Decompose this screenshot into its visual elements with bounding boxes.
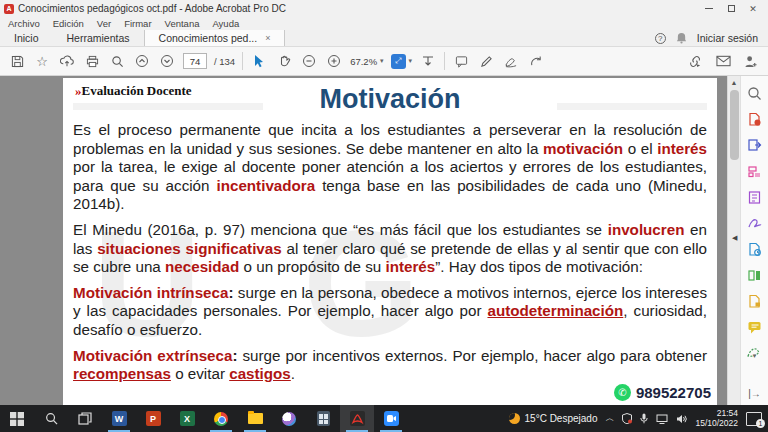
send-track-icon[interactable] (527, 51, 545, 71)
share-cloud-icon[interactable] (58, 51, 76, 71)
tray-chevron-icon[interactable]: ︿ (605, 412, 614, 425)
print-icon[interactable] (83, 51, 101, 71)
taskbar: W P X 15°C Despejado ︿ 21:54 15/10/2022 … (0, 405, 768, 432)
save-icon[interactable] (8, 51, 26, 71)
email-icon[interactable] (714, 51, 732, 71)
page-body: Es el proceso permanente que incita a lo… (73, 121, 707, 384)
text-segment: autodeterminación (487, 302, 623, 319)
menu-archivo[interactable]: Archivo (8, 18, 40, 29)
text-segment: involucren (608, 221, 685, 238)
previous-page-icon[interactable] (133, 51, 151, 71)
text-segment: castigos (229, 365, 291, 382)
pdf-page: U G »Evaluación Docente Motivación Es el… (63, 78, 717, 405)
stamps-tool-icon[interactable]: ▾ (744, 340, 766, 366)
title-bar: A Conocimientos pedagógicos oct.pdf - Ad… (0, 0, 768, 17)
close-button[interactable]: ✕ (742, 1, 764, 16)
taskbar-acrobat-icon[interactable] (340, 405, 374, 432)
menu-bar: Archivo Edición Ver Firmar Ventana Ayuda (0, 17, 768, 30)
text-segment: Motivación intrínseca (73, 284, 228, 301)
tray-mic-icon[interactable] (640, 413, 648, 424)
comment-icon[interactable] (452, 51, 470, 71)
tabbar-right: ? Iniciar sesión (655, 30, 768, 46)
create-pdf-icon[interactable] (744, 132, 766, 158)
search-tool-icon[interactable] (744, 80, 766, 106)
brand-logo: »Evaluación Docente (75, 83, 192, 99)
taskbar-zoom-icon[interactable] (374, 405, 408, 432)
menu-ventana[interactable]: Ventana (165, 18, 200, 29)
text-segment: recompensas (73, 365, 171, 382)
send-review-tool-icon[interactable] (744, 236, 766, 262)
fit-page-select[interactable]: ⤢ ▾ (391, 54, 413, 69)
collapse-panel-icon[interactable]: ◀ (732, 234, 737, 242)
whatsapp-number: 989522705 (636, 384, 711, 401)
tab-inicio[interactable]: Inicio (0, 30, 53, 46)
signature-pen-icon[interactable] (502, 51, 520, 71)
system-tray: 15°C Despejado ︿ 21:54 15/10/2022 1 (509, 409, 768, 428)
menu-edicion[interactable]: Edición (53, 18, 84, 29)
scrollbar-thumb[interactable] (730, 90, 739, 160)
organize-pages-tool-icon[interactable] (744, 262, 766, 288)
scroll-up-arrow[interactable]: ▲ (728, 76, 740, 88)
page-number-input[interactable] (183, 53, 207, 69)
tray-shield-icon[interactable] (622, 413, 632, 424)
export-pdf-icon[interactable] (744, 106, 766, 132)
weather-widget[interactable]: 15°C Despejado (509, 413, 598, 424)
star-icon[interactable]: ☆ (33, 51, 51, 71)
text-segment: interés (385, 258, 435, 275)
taskbar-excel-icon[interactable]: X (170, 405, 204, 432)
menu-ayuda[interactable]: Ayuda (212, 18, 239, 29)
action-center-icon[interactable]: 1 (746, 412, 762, 426)
select-tool-icon[interactable] (250, 51, 268, 71)
help-icon[interactable]: ? (655, 33, 666, 44)
menu-ver[interactable]: Ver (97, 18, 111, 29)
zoom-level-value: 67.2% (350, 56, 377, 67)
text-segment: o un propósito de su (239, 258, 385, 275)
page-display-icon[interactable] (419, 51, 437, 71)
tray-speaker-icon[interactable] (676, 414, 687, 424)
taskbar-clock[interactable]: 21:54 15/10/2022 (695, 409, 738, 428)
open-tools-pane-icon[interactable]: |→ (748, 388, 761, 399)
taskbar-powerpoint-icon[interactable]: P (136, 405, 170, 432)
add-person-icon[interactable] (742, 51, 760, 71)
start-button[interactable] (0, 405, 34, 432)
maximize-button[interactable] (720, 1, 742, 16)
zoom-out-icon[interactable] (300, 51, 318, 71)
menu-firmar[interactable]: Firmar (124, 18, 151, 29)
zoom-level-select[interactable]: 67.2% ▾ (350, 56, 383, 67)
sign-in-button[interactable]: Iniciar sesión (697, 32, 758, 44)
share-link-icon[interactable] (686, 51, 704, 71)
text-segment: situaciones significativas (97, 240, 282, 257)
taskbar-word-icon[interactable]: W (102, 405, 136, 432)
protect-tool-icon[interactable] (744, 288, 766, 314)
comment-tool-icon[interactable] (744, 314, 766, 340)
tab-bar: Inicio Herramientas Conocimientos ped...… (0, 30, 768, 47)
taskbar-explorer-icon[interactable] (238, 405, 272, 432)
page-total-label: / 134 (214, 56, 235, 67)
decorative-bar-left (73, 103, 263, 110)
chevron-down-icon: ▾ (409, 57, 413, 65)
tab-herramientas[interactable]: Herramientas (53, 30, 144, 46)
taskbar-search-icon[interactable] (34, 405, 68, 432)
notification-count-badge: 1 (756, 419, 765, 428)
task-view-icon[interactable] (68, 405, 102, 432)
tab-document[interactable]: Conocimientos ped... × (144, 30, 286, 46)
forms-tool-icon[interactable] (744, 184, 766, 210)
edit-pdf-icon[interactable] (744, 158, 766, 184)
fill-sign-tool-icon[interactable] (744, 210, 766, 236)
text-segment: o evitar (171, 365, 229, 382)
hand-tool-icon[interactable] (275, 51, 293, 71)
zoom-in-icon[interactable] (325, 51, 343, 71)
taskbar-chrome-icon[interactable] (204, 405, 238, 432)
tray-network-icon[interactable] (656, 414, 668, 424)
search-icon[interactable] (108, 51, 126, 71)
bell-icon[interactable] (676, 32, 687, 44)
minimize-button[interactable] (698, 1, 720, 16)
text-segment: Motivación extrínseca (73, 347, 232, 364)
tab-close-icon[interactable]: × (265, 33, 270, 43)
text-segment: : (232, 347, 242, 364)
next-page-icon[interactable] (158, 51, 176, 71)
taskbar-calculator-icon[interactable] (306, 405, 340, 432)
chevron-down-icon: ▾ (753, 352, 757, 360)
fill-sign-pencil-icon[interactable] (477, 51, 495, 71)
taskbar-paint3d-icon[interactable] (272, 405, 306, 432)
